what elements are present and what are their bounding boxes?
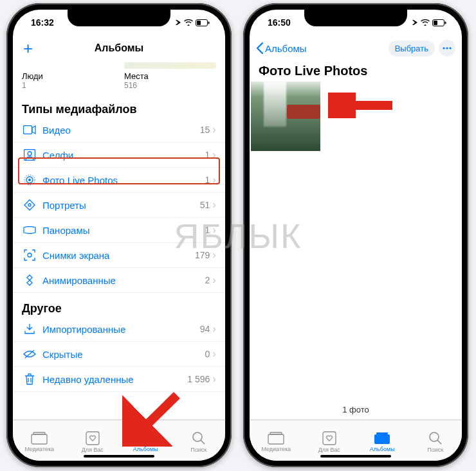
- row-count: 51: [200, 200, 210, 210]
- svg-point-17: [193, 432, 202, 441]
- row-label: Видео: [37, 125, 200, 136]
- status-time: 16:32: [31, 17, 54, 28]
- row-count: 1: [205, 225, 210, 235]
- svg-point-30: [430, 432, 439, 441]
- row-count: 1 596: [187, 374, 210, 384]
- row-animated[interactable]: Анимированные 2 ›: [13, 268, 225, 293]
- airplane-icon: [172, 19, 181, 26]
- tab-label: Для Вас: [318, 447, 340, 453]
- tab-label: Поиск: [190, 447, 206, 453]
- battery-icon: [196, 19, 210, 26]
- navbar: + Альбомы: [13, 35, 225, 61]
- tab-search[interactable]: Поиск: [172, 420, 226, 461]
- svg-rect-27: [323, 432, 336, 445]
- chevron-right-icon: ›: [210, 148, 216, 161]
- row-label: Импортированные: [37, 324, 200, 335]
- row-portraits[interactable]: Портреты 51 ›: [13, 193, 225, 218]
- svg-rect-2: [208, 21, 210, 24]
- portrait-icon: [22, 199, 37, 211]
- chevron-right-icon: ›: [210, 123, 216, 136]
- photo-thumbnail[interactable]: [251, 82, 320, 151]
- tab-label: Медиатека: [261, 446, 291, 452]
- places-label: Места: [124, 71, 216, 81]
- svg-line-31: [437, 440, 441, 444]
- row-screenshots[interactable]: Снимки экрана 179 ›: [13, 243, 225, 268]
- animated-icon: [22, 274, 37, 286]
- row-count: 94: [200, 324, 210, 334]
- status-time: 16:50: [268, 17, 291, 28]
- row-hidden[interactable]: Скрытые 0 ›: [13, 342, 225, 367]
- screenshot-icon: [22, 249, 37, 261]
- navbar: Альбомы Выбрать: [250, 35, 462, 61]
- row-label: Селфи: [37, 150, 205, 161]
- svg-rect-28: [374, 434, 390, 444]
- row-video[interactable]: Видео 15 ›: [13, 118, 225, 143]
- tab-library[interactable]: Медиатека: [250, 420, 303, 461]
- row-label: Недавно удаленные: [37, 374, 187, 385]
- row-panoramas[interactable]: Панорамы 1 ›: [13, 218, 225, 243]
- svg-point-10: [28, 253, 32, 257]
- row-count: 179: [195, 250, 210, 260]
- foryou-icon: [322, 431, 336, 445]
- tab-label: Поиск: [427, 447, 443, 453]
- chevron-right-icon: ›: [210, 274, 216, 287]
- chevron-right-icon: ›: [210, 373, 216, 386]
- back-label: Альбомы: [265, 43, 307, 54]
- search-icon: [192, 431, 206, 445]
- people-album[interactable]: Люди 1: [22, 62, 114, 90]
- chevron-right-icon: ›: [210, 249, 216, 262]
- svg-line-18: [201, 440, 205, 444]
- section-other: Другое: [13, 293, 225, 317]
- svg-point-23: [446, 47, 448, 49]
- row-recently-deleted[interactable]: Недавно удаленные 1 596 ›: [13, 367, 225, 392]
- svg-rect-14: [86, 432, 99, 445]
- svg-point-24: [449, 47, 451, 49]
- notch: [68, 10, 170, 26]
- phone-right: 16:50 Альбомы Выбрать: [243, 3, 468, 467]
- svg-rect-26: [270, 432, 282, 434]
- video-icon: [22, 125, 37, 134]
- row-label: Панорамы: [37, 225, 205, 236]
- row-selfie[interactable]: Селфи 1 ›: [13, 143, 225, 168]
- album-title: Фото Live Photos: [250, 61, 462, 82]
- selfie-icon: [22, 149, 37, 161]
- svg-rect-1: [197, 21, 201, 25]
- status-icons: [172, 19, 210, 26]
- svg-point-5: [28, 152, 32, 156]
- row-imported[interactable]: Импортированные 94 ›: [13, 317, 225, 342]
- more-button[interactable]: [439, 40, 455, 57]
- select-button[interactable]: Выбрать: [389, 40, 435, 57]
- chevron-right-icon: ›: [210, 173, 216, 186]
- tab-search[interactable]: Поиск: [409, 420, 462, 461]
- tab-library[interactable]: Медиатека: [13, 420, 66, 461]
- chevron-right-icon: ›: [210, 224, 216, 236]
- row-count: 2: [205, 275, 210, 285]
- svg-point-8: [28, 179, 31, 181]
- row-count: 0: [205, 349, 210, 359]
- library-icon: [31, 432, 48, 445]
- home-indicator[interactable]: [84, 455, 154, 458]
- albums-icon: [374, 432, 390, 445]
- row-live-photos[interactable]: Фото Live Photos 1 ›: [13, 168, 225, 193]
- chevron-left-icon: [256, 42, 264, 54]
- people-count: 1: [22, 81, 114, 90]
- section-media-types: Типы медиафайлов: [13, 94, 225, 118]
- hidden-icon: [22, 350, 37, 359]
- row-count: 1: [205, 150, 210, 160]
- svg-rect-20: [434, 21, 437, 25]
- tab-label: Для Вас: [82, 447, 104, 453]
- row-label: Анимированные: [37, 275, 205, 286]
- notch: [304, 10, 407, 26]
- add-button[interactable]: +: [19, 39, 37, 58]
- people-thumb: [22, 62, 114, 69]
- foryou-icon: [86, 431, 100, 445]
- tab-label: Медиатека: [24, 446, 54, 452]
- svg-rect-12: [32, 434, 47, 444]
- row-count: 15: [200, 125, 210, 135]
- places-album[interactable]: Места 516: [124, 62, 216, 90]
- places-count: 516: [124, 81, 216, 90]
- back-button[interactable]: Альбомы: [256, 42, 307, 54]
- trash-icon: [22, 373, 37, 385]
- row-label: Портреты: [37, 200, 200, 211]
- home-indicator[interactable]: [320, 455, 391, 458]
